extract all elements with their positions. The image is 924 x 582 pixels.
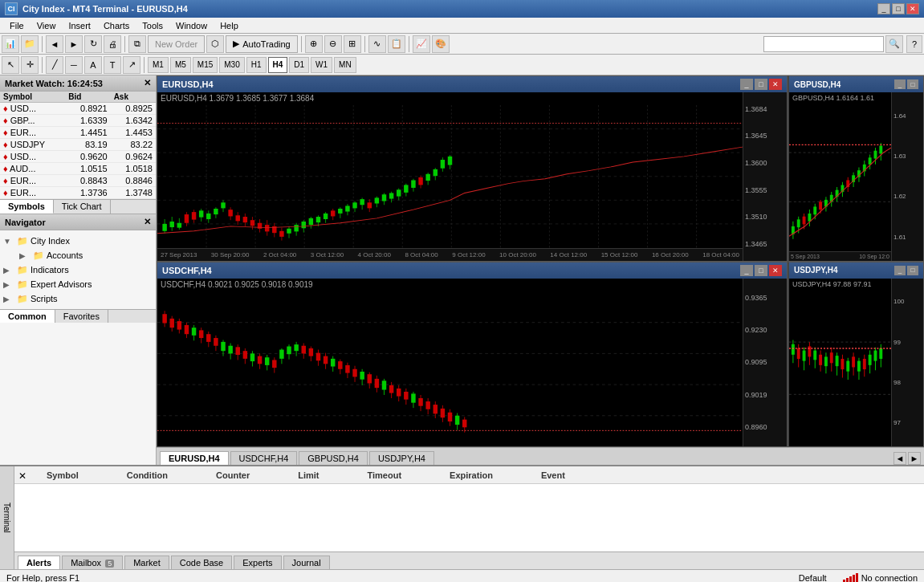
chart-eurusd-close[interactable]: ✕ [769, 79, 782, 90]
search-input[interactable] [763, 36, 884, 52]
nav-scripts[interactable]: ▶ 📁 Scripts [0, 291, 156, 306]
text-icon[interactable]: A [84, 56, 102, 74]
menu-tools[interactable]: Tools [136, 19, 169, 32]
period-d1[interactable]: D1 [289, 57, 309, 73]
terminal-tab-codebase[interactable]: Code Base [171, 556, 232, 569]
chart-eurusd-minimize[interactable]: _ [740, 79, 753, 90]
nav-accounts[interactable]: ▶ 📁 Accounts [16, 248, 156, 263]
chart-gbpusd-title: GBPUSD,H4 _ □ [789, 76, 923, 92]
svg-rect-27 [199, 210, 203, 217]
arrow-icon[interactable]: ↗ [123, 56, 140, 74]
nav-indicators[interactable]: ▶ 📁 Indicators [0, 263, 156, 277]
table-row[interactable]: ♦ EUR... 1.3736 1.3748 [0, 187, 156, 199]
back-icon[interactable]: ◄ [46, 35, 63, 53]
usdjpy-maximize[interactable]: □ [907, 266, 918, 275]
tab-common[interactable]: Common [0, 310, 55, 323]
table-row[interactable]: ♦ USD... 0.8921 0.8925 [0, 103, 156, 115]
close-button[interactable]: ✕ [906, 3, 919, 14]
period-w1[interactable]: W1 [311, 57, 332, 73]
crosshair-icon[interactable]: ✛ [21, 56, 39, 74]
search-icon[interactable]: 🔍 [885, 35, 903, 53]
svg-rect-155 [221, 341, 225, 350]
cursor-icon[interactable]: ↖ [2, 56, 19, 74]
maximize-button[interactable]: □ [892, 3, 905, 14]
menu-charts[interactable]: Charts [97, 19, 136, 32]
nav-scripts-label: Scripts [31, 294, 58, 303]
chart-usdchf-maximize[interactable]: □ [755, 265, 767, 276]
svg-rect-51 [287, 229, 291, 234]
chart-tab-eurusd[interactable]: EURUSD,H4 [160, 451, 229, 465]
tab-favorites[interactable]: Favorites [55, 310, 108, 323]
table-row[interactable]: ♦ EUR... 1.4451 1.4453 [0, 127, 156, 139]
chart-tab-usdchf[interactable]: USDCHF,H4 [230, 451, 298, 465]
chart-usdchf-close[interactable]: ✕ [769, 265, 782, 276]
order-icon[interactable]: ⬡ [206, 35, 224, 53]
new-order-button[interactable]: New Order [148, 35, 205, 53]
menu-view[interactable]: View [31, 19, 63, 32]
ask-cell: 83.22 [111, 139, 156, 151]
chart-eurusd-maximize[interactable]: □ [755, 79, 767, 90]
forward-icon[interactable]: ► [65, 35, 83, 53]
period-m30[interactable]: M30 [219, 57, 244, 73]
terminal-tab-journal[interactable]: Journal [283, 556, 330, 569]
chart-usdchf-minimize[interactable]: _ [740, 265, 753, 276]
chart-type-icon[interactable]: 📈 [413, 35, 430, 53]
svg-rect-256 [874, 350, 877, 360]
minimize-button[interactable]: _ [877, 3, 890, 14]
chart-nav-right[interactable]: ► [908, 452, 921, 465]
chart-tab-usdjpy[interactable]: USDJPY,H4 [369, 451, 434, 465]
terminal-tab-alerts[interactable]: Alerts [18, 556, 60, 569]
indicator-icon[interactable]: ∿ [368, 35, 386, 53]
text2-icon[interactable]: T [104, 56, 121, 74]
terminal-tab-market[interactable]: Market [124, 556, 169, 569]
zoom-out-icon[interactable]: ⊖ [324, 35, 342, 53]
period-mn[interactable]: MN [334, 57, 356, 73]
nav-expert-advisors[interactable]: ▶ 📁 Expert Advisors [0, 277, 156, 291]
period-m1[interactable]: M1 [148, 57, 169, 73]
period-h1[interactable]: H1 [246, 57, 267, 73]
menu-insert[interactable]: Insert [62, 19, 97, 32]
table-row[interactable]: ♦ AUD... 1.0515 1.0518 [0, 163, 156, 175]
table-row[interactable]: ♦ USDJPY 83.19 83.22 [0, 139, 156, 151]
navigator-close[interactable]: ✕ [144, 217, 151, 227]
refresh-icon[interactable]: ↻ [84, 35, 102, 53]
nav-city-index[interactable]: ▼ 📁 City Index [0, 234, 156, 248]
period-m15[interactable]: M15 [193, 57, 218, 73]
table-row[interactable]: ♦ USD... 0.9620 0.9624 [0, 151, 156, 163]
gbpusd-minimize[interactable]: _ [894, 79, 906, 89]
usdjpy-minimize[interactable]: _ [894, 266, 906, 275]
chart-nav-left[interactable]: ◄ [893, 452, 906, 465]
period-h4[interactable]: H4 [268, 57, 288, 73]
svg-rect-185 [331, 358, 335, 366]
terminal-close-button[interactable]: ✕ [18, 470, 27, 480]
svg-rect-215 [441, 408, 445, 417]
color-icon[interactable]: 🎨 [432, 35, 450, 53]
open-icon[interactable]: 📁 [21, 35, 39, 53]
svg-rect-31 [214, 209, 218, 214]
terminal-tab-experts[interactable]: Experts [234, 556, 281, 569]
table-row[interactable]: ♦ GBP... 1.6339 1.6342 [0, 115, 156, 127]
terminal-tab-mailbox[interactable]: Mailbox 5 [62, 556, 123, 569]
print-icon[interactable]: 🖨 [104, 35, 121, 53]
copy-icon[interactable]: ⧉ [128, 35, 146, 53]
template-icon[interactable]: 📋 [388, 35, 405, 53]
gbpusd-maximize[interactable]: □ [907, 79, 918, 89]
svg-rect-106 [808, 214, 811, 222]
menu-help[interactable]: Help [214, 19, 245, 32]
table-row[interactable]: ♦ EUR... 0.8843 0.8846 [0, 175, 156, 187]
grid-icon[interactable]: ⊞ [344, 35, 361, 53]
new-chart-icon[interactable]: 📊 [2, 35, 19, 53]
help-button[interactable]: ? [906, 35, 922, 53]
svg-rect-17 [162, 224, 166, 231]
autotrading-button[interactable]: ▶ AutoTrading [226, 35, 298, 53]
hline-icon[interactable]: ─ [65, 56, 83, 74]
menu-window[interactable]: Window [169, 19, 214, 32]
market-watch-close[interactable]: ✕ [144, 78, 151, 88]
line-icon[interactable]: ╱ [46, 56, 63, 74]
period-m5[interactable]: M5 [170, 57, 191, 73]
tab-tick-chart[interactable]: Tick Chart [54, 200, 111, 214]
chart-tab-gbpusd[interactable]: GBPUSD,H4 [299, 451, 368, 465]
menu-file[interactable]: File [3, 19, 31, 32]
zoom-icon[interactable]: ⊕ [305, 35, 323, 53]
tab-symbols[interactable]: Symbols [0, 200, 54, 214]
